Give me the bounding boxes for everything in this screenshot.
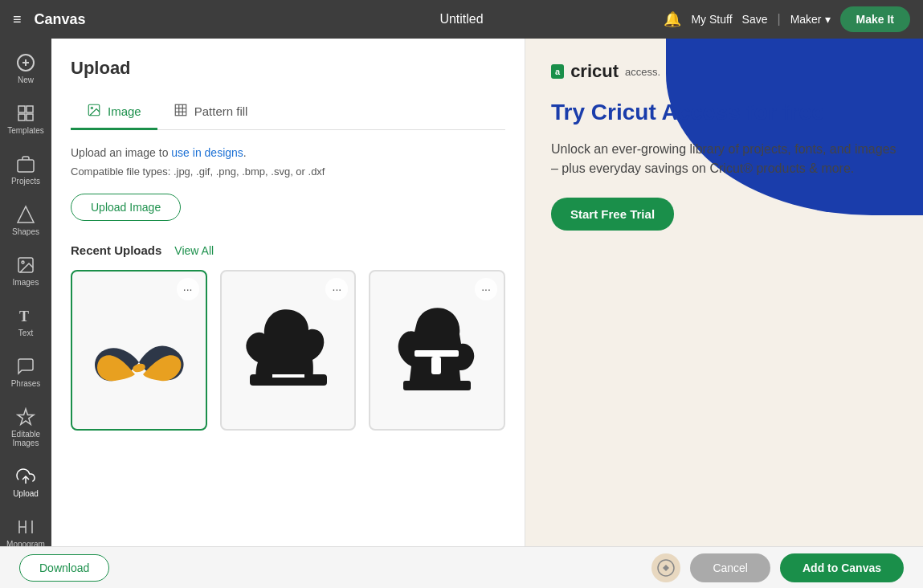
view-all-link[interactable]: View All <box>174 244 214 257</box>
cricut-logo-badge: a <box>551 64 564 79</box>
card-2-image <box>232 294 345 406</box>
maker-chevron-icon: ▾ <box>825 13 831 26</box>
tab-image[interactable]: Image <box>71 95 157 130</box>
document-title[interactable]: Untitled <box>439 12 483 27</box>
sidebar-label-projects: Projects <box>11 177 40 186</box>
sidebar-label-text: Text <box>18 329 33 337</box>
sidebar-label-shapes: Shapes <box>12 227 39 236</box>
upload-image-button[interactable]: Upload Image <box>71 194 181 221</box>
svg-rect-5 <box>18 114 25 120</box>
maker-selector[interactable]: Maker ▾ <box>790 13 831 26</box>
svg-rect-28 <box>403 381 471 390</box>
svg-rect-6 <box>27 114 33 120</box>
upload-grid: ··· <box>71 270 505 431</box>
menu-icon[interactable]: ≡ <box>13 11 22 28</box>
card-3-menu[interactable]: ··· <box>475 278 497 300</box>
image-tab-icon <box>87 103 101 120</box>
app-logo: Canvas <box>35 11 86 28</box>
svg-rect-25 <box>272 374 304 378</box>
sidebar-label-phrases: Phrases <box>11 379 41 388</box>
upload-description: Upload an image to use in designs. <box>71 146 505 159</box>
ad-panel: a cricut access. Try Cricut Access for f… <box>525 39 923 588</box>
upload-desc-highlight: use in designs <box>171 146 243 159</box>
upload-card-1[interactable]: ··· <box>71 270 207 431</box>
sidebar-item-projects[interactable]: Projects <box>0 146 51 194</box>
svg-text:T: T <box>19 308 29 325</box>
bottom-bar-right: Cancel Add to Canvas <box>651 553 904 582</box>
upload-compat: Compatible file types: .jpg, .gif, .png,… <box>71 165 505 178</box>
cricut-access-text: access. <box>625 66 660 78</box>
maker-label: Maker <box>790 13 822 26</box>
svg-point-9 <box>22 261 24 263</box>
my-stuff-link[interactable]: My Stuff <box>691 13 732 26</box>
upload-card-3[interactable]: ··· <box>369 270 505 431</box>
cricut-logo-text: cricut <box>570 61 619 82</box>
sidebar-item-upload[interactable]: Upload <box>0 459 51 506</box>
card-3-image <box>381 294 493 406</box>
svg-rect-3 <box>18 106 25 112</box>
start-trial-button[interactable]: Start Free Trial <box>551 198 674 231</box>
pattern-tab-label: Pattern fill <box>194 104 248 118</box>
header: ≡ Canvas Untitled 🔔 My Stuff Save | Make… <box>0 0 923 39</box>
recent-uploads-header: Recent Uploads View All <box>71 243 505 257</box>
selected-image-preview <box>651 553 680 582</box>
upload-tabs: Image Pattern fill <box>71 95 505 130</box>
sidebar-label-new: New <box>18 76 34 84</box>
pattern-tab-icon <box>174 103 188 120</box>
sidebar-label-editable-images: Editable Images <box>5 430 47 447</box>
sidebar-item-phrases[interactable]: Phrases <box>0 349 51 396</box>
sidebar-item-new[interactable]: New <box>0 45 51 92</box>
ad-description: Unlock an ever-growing library of projec… <box>551 140 897 178</box>
upload-card-2[interactable]: ··· <box>220 270 357 431</box>
sidebar-item-text[interactable]: T Text <box>0 298 51 345</box>
sidebar-label-upload: Upload <box>13 489 39 498</box>
sidebar-item-images[interactable]: Images <box>0 247 51 295</box>
recent-uploads-title: Recent Uploads <box>71 243 161 257</box>
save-button[interactable]: Save <box>742 13 768 26</box>
main-content: Upload Image Pattern fill Upl <box>51 39 923 588</box>
upload-panel: Upload Image Pattern fill Upl <box>51 39 525 588</box>
svg-point-17 <box>91 107 92 108</box>
main-layout: New Templates Projects Shapes Images T T… <box>0 39 923 588</box>
header-divider: | <box>777 12 780 27</box>
tab-pattern-fill[interactable]: Pattern fill <box>157 95 264 130</box>
svg-rect-4 <box>27 106 33 112</box>
bottom-bar: Download Cancel Add to Canvas <box>0 546 923 588</box>
cricut-logo: a cricut access. <box>551 61 897 82</box>
card-2-menu[interactable]: ··· <box>325 278 348 300</box>
add-to-canvas-button[interactable]: Add to Canvas <box>780 553 904 582</box>
cancel-button[interactable]: Cancel <box>690 553 770 582</box>
ad-content: a cricut access. Try Cricut Access for f… <box>525 39 923 253</box>
image-tab-label: Image <box>108 104 141 118</box>
svg-rect-18 <box>175 104 186 116</box>
card-1-image <box>83 294 195 406</box>
ad-heading: Try Cricut Access for free <box>551 98 897 127</box>
sidebar: New Templates Projects Shapes Images T T… <box>0 39 51 588</box>
bell-icon[interactable]: 🔔 <box>664 10 681 28</box>
panel-title: Upload <box>71 58 505 79</box>
make-it-button[interactable]: Make It <box>840 6 910 32</box>
svg-rect-26 <box>431 357 441 374</box>
card-1-menu[interactable]: ··· <box>177 278 199 300</box>
svg-marker-7 <box>18 206 34 223</box>
sidebar-item-shapes[interactable]: Shapes <box>0 197 51 244</box>
sidebar-label-images: Images <box>13 278 39 287</box>
svg-rect-27 <box>415 350 459 357</box>
header-right: 🔔 My Stuff Save | Maker ▾ Make It <box>664 6 910 32</box>
sidebar-label-templates: Templates <box>7 126 44 135</box>
sidebar-item-editable-images[interactable]: Editable Images <box>0 399 51 455</box>
sidebar-item-templates[interactable]: Templates <box>0 96 51 143</box>
download-button[interactable]: Download <box>19 554 109 582</box>
